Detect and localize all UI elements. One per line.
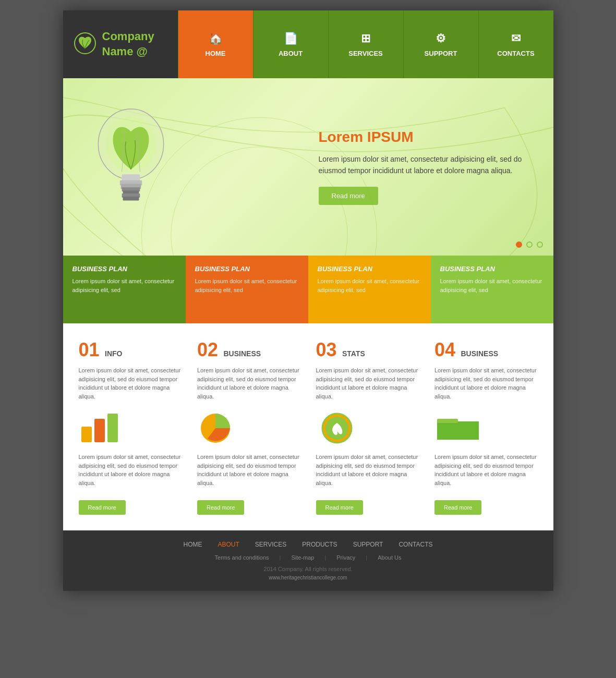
- svg-rect-10: [123, 197, 139, 201]
- info-text2-1: Lorem ipsum dolor sit amet, consectetur …: [79, 453, 182, 487]
- hero-dots: [516, 241, 543, 248]
- info-text2-3: Lorem ipsum dolor sit amet, consectetur …: [316, 453, 419, 487]
- info-text2-4: Lorem ipsum dolor sit amet, consectetur …: [434, 453, 538, 487]
- info-col-4: 04 BUSINESS Lorem ipsum dolor sit amet, …: [427, 339, 538, 525]
- logo-area: Company Name @: [63, 10, 178, 78]
- pie-chart-icon: [197, 408, 239, 445]
- info-btn-2[interactable]: Read more: [197, 500, 244, 515]
- footer-nav-about[interactable]: ABOUT: [218, 541, 239, 548]
- info-text1-2: Lorem ipsum dolor sit amet, consectetur …: [197, 366, 300, 401]
- info-text2-2: Lorem ipsum dolor sit amet, consectetur …: [197, 453, 300, 487]
- folder-icon: [434, 408, 481, 445]
- bar-chart-icon: [79, 408, 126, 445]
- hero-section: Lorem IPSUM Lorem ipsum dolor sit amet, …: [63, 78, 553, 256]
- info-icon-area-1: [79, 408, 182, 445]
- plan-title-2: BUSINESS PLAN: [195, 265, 299, 273]
- info-btn-4[interactable]: Read more: [434, 500, 481, 515]
- info-icon-area-3: [316, 408, 419, 445]
- plan-text-2: Lorem ipsum dolor sit amet, consectetur …: [195, 277, 299, 294]
- footer-nav-support[interactable]: SUPPORT: [353, 541, 383, 548]
- info-icon-area-2: [197, 408, 300, 445]
- svg-rect-14: [81, 427, 92, 442]
- business-plans-section: BUSINESS PLAN Lorem ipsum dolor sit amet…: [63, 256, 553, 323]
- info-section: 01 INFO Lorem ipsum dolor sit amet, cons…: [63, 323, 553, 530]
- nav-support[interactable]: ⚙ SUPPORT: [403, 10, 478, 78]
- nav-contacts[interactable]: ✉ CONTACTS: [478, 10, 553, 78]
- green-power-icon: [316, 408, 358, 445]
- hero-title: Lorem IPSUM: [319, 129, 538, 146]
- hero-body: Lorem ipsum dolor sit amet, consectetur …: [319, 153, 538, 177]
- plan-card-3: BUSINESS PLAN Lorem ipsum dolor sit amet…: [308, 256, 431, 323]
- footer-nav: HOME ABOUT SERVICES PRODUCTS SUPPORT CON…: [74, 541, 543, 548]
- info-heading-1: 01 INFO: [79, 339, 182, 361]
- plan-title-4: BUSINESS PLAN: [440, 265, 544, 273]
- dot-1[interactable]: [516, 241, 522, 248]
- plan-text-4: Lorem ipsum dolor sit amet, consectetur …: [440, 277, 544, 294]
- main-nav: 🏠 HOME 📄 ABOUT ⊞ SERVICES ⚙ SUPPORT ✉ CO…: [178, 10, 553, 78]
- contacts-icon: ✉: [511, 32, 521, 45]
- header: Company Name @ 🏠 HOME 📄 ABOUT ⊞ SERVICES…: [63, 10, 553, 78]
- footer-nav-products[interactable]: PRODUCTS: [302, 541, 337, 548]
- footer-nav-home[interactable]: HOME: [183, 541, 202, 548]
- footer-terms[interactable]: Terms and conditions: [215, 554, 269, 561]
- info-btn-3[interactable]: Read more: [316, 500, 363, 515]
- info-btn-1[interactable]: Read more: [79, 500, 126, 515]
- support-icon: ⚙: [436, 32, 446, 45]
- plan-text-3: Lorem ipsum dolor sit amet, consectetur …: [318, 277, 421, 294]
- info-heading-2: 02 BUSINESS: [197, 339, 300, 361]
- info-col-3: 03 STATS Lorem ipsum dolor sit amet, con…: [308, 339, 427, 525]
- hero-cta-button[interactable]: Read more: [319, 187, 378, 205]
- nav-services[interactable]: ⊞ SERVICES: [328, 10, 403, 78]
- info-icon-area-4: [434, 408, 538, 445]
- svg-point-13: [105, 116, 155, 172]
- plan-card-4: BUSINESS PLAN Lorem ipsum dolor sit amet…: [431, 256, 553, 323]
- plan-title-1: BUSINESS PLAN: [73, 265, 176, 273]
- hero-right: Lorem IPSUM Lorem ipsum dolor sit amet, …: [298, 129, 538, 205]
- footer-copyright: 2014 Company. All rights reserved.: [74, 566, 543, 572]
- page-wrapper: Company Name @ 🏠 HOME 📄 ABOUT ⊞ SERVICES…: [63, 10, 553, 591]
- footer-url: www.heritagechristiancollege.com: [74, 575, 543, 580]
- plan-text-1: Lorem ipsum dolor sit amet, consectetur …: [73, 277, 176, 294]
- info-heading-4: 04 BUSINESS: [434, 339, 538, 361]
- about-icon: 📄: [284, 32, 298, 45]
- footer-nav-contacts[interactable]: CONTACTS: [398, 541, 432, 548]
- svg-rect-16: [107, 414, 118, 442]
- plan-title-3: BUSINESS PLAN: [318, 265, 421, 273]
- svg-rect-21: [437, 419, 458, 423]
- dot-3[interactable]: [537, 241, 543, 248]
- nav-about[interactable]: 📄 ABOUT: [253, 10, 328, 78]
- footer: HOME ABOUT SERVICES PRODUCTS SUPPORT CON…: [63, 530, 553, 591]
- footer-privacy[interactable]: Privacy: [336, 554, 355, 561]
- footer-nav-services[interactable]: SERVICES: [255, 541, 286, 548]
- info-text1-3: Lorem ipsum dolor sit amet, consectetur …: [316, 366, 419, 401]
- svg-rect-15: [94, 419, 105, 442]
- footer-sitemap[interactable]: Site-map: [291, 554, 314, 561]
- plan-card-2: BUSINESS PLAN Lorem ipsum dolor sit amet…: [186, 256, 308, 323]
- footer-about-us[interactable]: About Us: [378, 554, 401, 561]
- dot-2[interactable]: [526, 241, 533, 248]
- services-icon: ⊞: [361, 32, 370, 45]
- footer-links: Terms and conditions | Site-map | Privac…: [74, 554, 543, 561]
- hero-left: [79, 94, 298, 240]
- nav-home[interactable]: 🏠 HOME: [178, 10, 253, 78]
- plan-card-1: BUSINESS PLAN Lorem ipsum dolor sit amet…: [63, 256, 186, 323]
- logo-text: Company Name @: [102, 29, 154, 59]
- info-heading-3: 03 STATS: [316, 339, 419, 361]
- info-col-2: 02 BUSINESS Lorem ipsum dolor sit amet, …: [189, 339, 308, 525]
- info-text1-4: Lorem ipsum dolor sit amet, consectetur …: [434, 366, 538, 401]
- bulb-illustration: [79, 94, 183, 235]
- info-col-1: 01 INFO Lorem ipsum dolor sit amet, cons…: [79, 339, 190, 525]
- home-icon: 🏠: [209, 32, 223, 45]
- logo-icon: [74, 32, 97, 57]
- info-text1-1: Lorem ipsum dolor sit amet, consectetur …: [79, 366, 182, 401]
